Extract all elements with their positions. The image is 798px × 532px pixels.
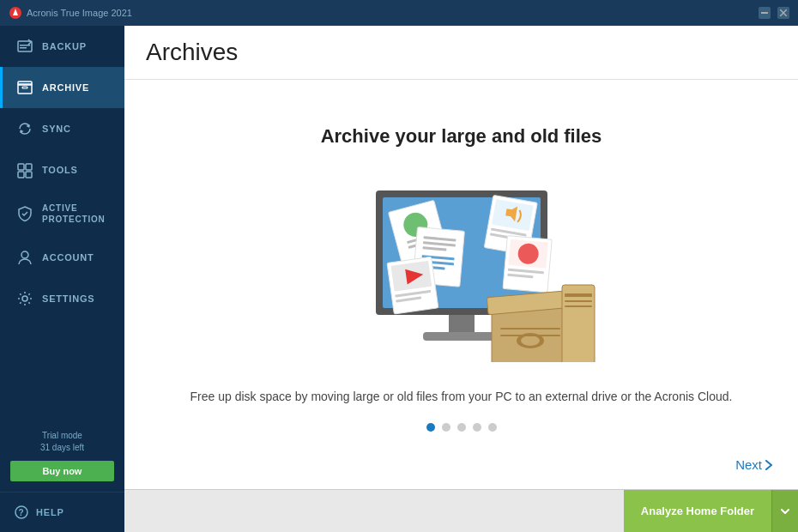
settings-label: SETTINGS [42,293,94,304]
sidebar-item-archive[interactable]: ARCHIVE [0,67,124,108]
main-layout: BACKUP ARCHIVE [0,26,798,532]
archive-icon [16,79,33,96]
backup-icon [16,38,33,55]
help-icon: ? [14,505,29,520]
dot-5[interactable] [488,423,497,432]
svg-rect-22 [449,315,475,334]
svg-rect-13 [26,164,32,170]
page-title: Archives [146,39,777,66]
dot-3[interactable] [457,423,466,432]
content-header: Archives [124,26,798,80]
archive-illustration [324,173,599,362]
svg-rect-8 [18,82,32,85]
app-container: Acronis True Image 2021 [0,0,798,532]
sync-label: SYNC [42,124,71,134]
carousel-dots [426,423,497,432]
svg-rect-61 [565,305,592,307]
content-area: Archives Archive your large and old file… [124,26,798,532]
archive-description: Free up disk space by moving large or ol… [190,388,733,406]
close-button[interactable] [777,7,789,19]
backup-label: BACKUP [42,41,87,51]
sidebar-item-backup[interactable]: BACKUP [0,26,124,67]
analyze-home-folder-button[interactable]: Analyze Home Folder [624,490,771,532]
archive-label: ARCHIVE [42,82,89,93]
app-logo: Acronis True Image 2021 [9,6,132,20]
settings-icon [16,290,33,307]
svg-rect-14 [18,172,24,178]
sidebar-item-settings[interactable]: SETTINGS [0,278,124,319]
analyze-button-group: Analyze Home Folder [624,490,798,532]
svg-point-55 [521,336,540,346]
sidebar-item-active-protection[interactable]: ACTIVEPROTECTION [0,190,124,237]
minimize-button[interactable] [759,7,771,19]
help-label: HELP [36,507,64,517]
svg-rect-60 [565,300,592,302]
svg-rect-15 [26,172,32,178]
svg-point-17 [22,296,27,301]
dot-4[interactable] [473,423,481,432]
next-button[interactable]: Next [735,457,772,472]
analyze-dropdown-button[interactable] [771,490,798,532]
bottom-toolbar: Analyze Home Folder [124,489,798,532]
svg-rect-56 [500,328,560,329]
svg-rect-57 [500,335,560,336]
sidebar-item-tools[interactable]: TOOLS [0,149,124,190]
svg-rect-59 [565,293,592,297]
trial-mode-text: Trial mode [42,431,82,440]
window-controls [759,7,789,19]
dot-2[interactable] [442,423,450,432]
trial-days-text: 31 days left [40,443,84,452]
sidebar-item-help[interactable]: ? HELP [0,492,124,532]
next-area: Next [735,457,772,472]
svg-rect-9 [22,87,27,88]
main-content: Archive your large and old files [124,80,798,489]
account-icon [16,249,33,266]
dot-1[interactable] [426,423,435,432]
buy-now-button[interactable]: Buy now [10,461,114,481]
protection-label: ACTIVEPROTECTION [42,203,106,225]
svg-rect-5 [20,45,30,46]
sidebar-item-account[interactable]: ACCOUNT [0,237,124,278]
svg-text:?: ? [19,508,25,517]
sidebar: BACKUP ARCHIVE [0,26,124,532]
account-label: ACCOUNT [42,252,94,263]
trial-info: Trial mode 31 days left [10,430,114,454]
tools-icon [16,161,33,178]
next-label: Next [735,457,762,472]
app-title: Acronis True Image 2021 [27,8,132,18]
svg-rect-1 [761,12,768,14]
sync-icon [16,120,33,137]
svg-rect-23 [423,332,500,341]
protection-icon [16,205,33,222]
archive-main-title: Archive your large and old files [321,125,602,148]
svg-point-16 [21,251,28,258]
svg-rect-6 [20,47,27,49]
top-bar: Acronis True Image 2021 [0,0,798,26]
sidebar-bottom: Trial mode 31 days left Buy now [0,420,124,492]
svg-rect-12 [18,164,24,170]
sidebar-item-sync[interactable]: SYNC [0,108,124,149]
tools-label: TOOLS [42,165,78,175]
